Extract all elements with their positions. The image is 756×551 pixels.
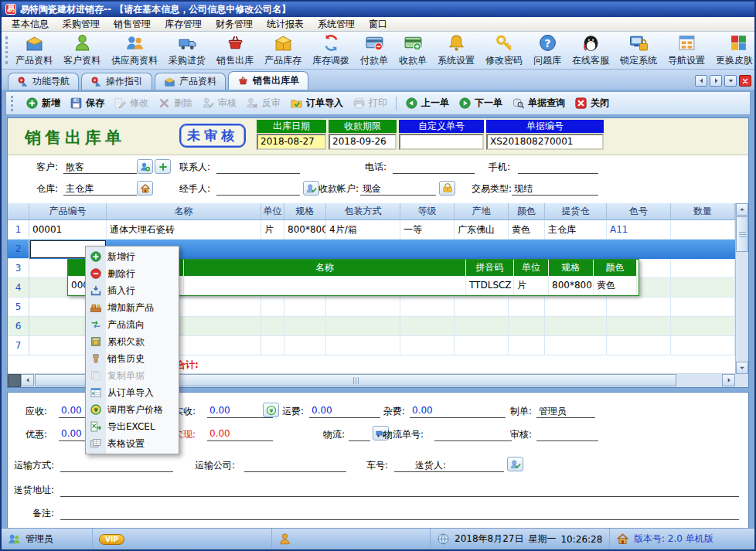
context-menu-item-0[interactable]: 新增行: [87, 248, 177, 265]
tab-scroll-right-button[interactable]: [710, 75, 722, 87]
money-button[interactable]: ¥: [263, 403, 279, 417]
grid-column-header-4[interactable]: 包装方式: [326, 203, 400, 220]
payment-field[interactable]: 管理员: [536, 405, 595, 418]
menu-item-4[interactable]: 财务管理: [209, 17, 260, 31]
scroll-down-button[interactable]: [736, 362, 748, 374]
grid-cell[interactable]: [607, 317, 671, 336]
tab-2[interactable]: 产品资料: [155, 73, 226, 90]
popup-cell[interactable]: 800*800: [549, 276, 594, 295]
grid-cell[interactable]: [671, 317, 735, 336]
transport-field[interactable]: [60, 459, 173, 472]
info-field[interactable]: [216, 161, 300, 174]
grid-column-header-9[interactable]: 色号: [607, 203, 671, 220]
toolbar-button-2[interactable]: 供应商资料: [106, 32, 163, 69]
form-button-11[interactable]: 关闭: [570, 94, 614, 112]
grid-cell[interactable]: 一等: [400, 220, 455, 240]
grid-cell[interactable]: [455, 298, 509, 317]
info-field[interactable]: [393, 161, 475, 174]
grid-cell[interactable]: [455, 336, 509, 355]
toolbar-button-3[interactable]: 采购进货: [163, 32, 211, 69]
grid-column-header-10[interactable]: 数量: [671, 203, 735, 220]
grid-cell[interactable]: 4片/箱: [326, 220, 400, 240]
payment-field[interactable]: [434, 428, 512, 441]
grid-cell[interactable]: [261, 336, 284, 355]
menu-item-5[interactable]: 统计报表: [260, 17, 311, 31]
grid-cell[interactable]: [400, 336, 455, 355]
context-menu-item-8[interactable]: 从订单导入: [87, 384, 177, 401]
toolbar-button-8[interactable]: 收款单: [393, 32, 432, 69]
toolbar-button-14[interactable]: 导航设置: [662, 32, 710, 69]
grid-cell[interactable]: [509, 317, 545, 336]
grid-cell[interactable]: 广东佛山: [455, 220, 509, 240]
context-menu-item-1[interactable]: 删除行: [87, 265, 177, 282]
deliverer-pick-button[interactable]: [507, 457, 523, 471]
address-field[interactable]: [60, 484, 739, 497]
vertical-scrollbar[interactable]: [735, 203, 748, 374]
doc-field-value[interactable]: XS201808270001: [486, 134, 604, 150]
grid-column-header-1[interactable]: 名称: [107, 203, 261, 220]
scroll-up-button[interactable]: [736, 203, 748, 216]
toolbar-button-6[interactable]: 库存调拨: [307, 32, 355, 69]
grid-cell[interactable]: [509, 336, 545, 355]
context-menu-item-10[interactable]: 导出EXCEL: [87, 418, 177, 435]
grid-cell[interactable]: [400, 317, 455, 336]
grid-cell[interactable]: A11: [607, 220, 671, 240]
doc-field-value[interactable]: 2018-08-27: [257, 134, 326, 150]
grid-cell[interactable]: [400, 298, 455, 317]
info-field[interactable]: [216, 182, 300, 196]
info-field[interactable]: 散客: [63, 161, 137, 174]
grid-cell[interactable]: [671, 278, 735, 298]
menu-item-2[interactable]: 销售管理: [107, 17, 158, 31]
tab-3[interactable]: 销售出库单: [228, 71, 308, 90]
form-button-10[interactable]: 单据查询: [507, 94, 570, 112]
scroll-right-button[interactable]: [722, 374, 735, 386]
grid-cell[interactable]: [671, 336, 735, 355]
grid-cell[interactable]: [261, 298, 284, 317]
transport-field[interactable]: [244, 459, 346, 472]
popup-cell[interactable]: TTDLSCZ: [466, 276, 514, 295]
warehouse-button[interactable]: [137, 181, 153, 196]
grid-cell[interactable]: [326, 336, 400, 355]
form-button-1[interactable]: 保存: [65, 94, 109, 112]
grid-cell[interactable]: 片: [261, 220, 284, 240]
grid-column-header-7[interactable]: 颜色: [509, 203, 545, 220]
toolbar-button-10[interactable]: 修改密码: [480, 32, 528, 69]
grid-cell[interactable]: [509, 298, 545, 317]
grid-cell[interactable]: [607, 336, 671, 355]
grid-cell[interactable]: [284, 317, 326, 336]
form-button-9[interactable]: 下一单: [454, 94, 507, 112]
grid-cell[interactable]: [326, 298, 400, 317]
toolbar-button-9[interactable]: 系统设置: [432, 32, 480, 69]
grid-cell[interactable]: 00001: [29, 220, 107, 240]
context-menu-item-4[interactable]: 产品流向: [87, 316, 177, 333]
grid-cell[interactable]: 通体大理石瓷砖: [107, 220, 261, 240]
context-menu-item-5[interactable]: 累积欠款: [87, 333, 177, 350]
toolbar-button-7[interactable]: 付款单: [355, 32, 393, 69]
context-menu-item-3[interactable]: 增加新产品: [87, 299, 177, 316]
context-menu-item-6[interactable]: 销售历史: [87, 350, 177, 367]
payment-field[interactable]: [349, 428, 370, 441]
tab-1[interactable]: 操作指引: [81, 73, 152, 90]
scroll-left-button[interactable]: [21, 374, 34, 386]
grid-cell[interactable]: [326, 317, 400, 336]
grid-column-header-0[interactable]: 产品编号: [29, 203, 107, 220]
grid-cell[interactable]: [455, 317, 509, 336]
tab-scroll-left-button[interactable]: [695, 75, 707, 87]
customer-add-button[interactable]: [155, 159, 171, 174]
grid-cell[interactable]: [545, 298, 607, 317]
payment-field[interactable]: 0.00: [309, 405, 380, 418]
menu-item-6[interactable]: 系统管理: [311, 17, 362, 31]
context-menu-item-11[interactable]: 表格设置: [87, 435, 177, 452]
context-menu-item-2[interactable]: 插入行: [87, 282, 177, 299]
grid-column-header-6[interactable]: 产地: [455, 203, 509, 220]
form-button-6[interactable]: 订单导入: [285, 94, 348, 112]
info-field[interactable]: 现结: [512, 182, 598, 196]
grid-cell[interactable]: [671, 220, 735, 240]
grid-cell[interactable]: [261, 317, 284, 336]
grid-cell[interactable]: 800*800: [284, 220, 326, 240]
menu-item-1[interactable]: 采购管理: [56, 17, 107, 31]
person-check-button[interactable]: [303, 181, 319, 196]
grid-column-header-8[interactable]: 提货仓: [545, 203, 607, 220]
payment-field[interactable]: 0.00: [207, 428, 273, 441]
info-field[interactable]: [518, 161, 598, 174]
